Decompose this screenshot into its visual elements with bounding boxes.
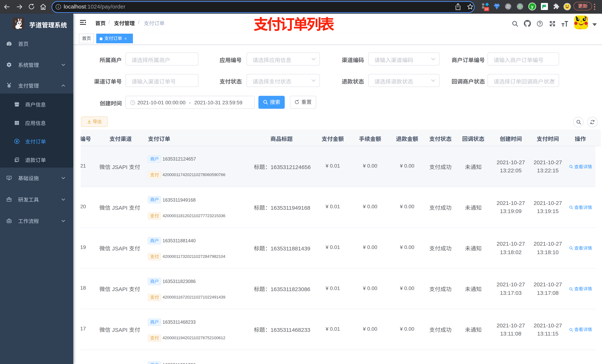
svg-text:y: y <box>531 4 534 9</box>
svg-text:10: 10 <box>485 7 488 11</box>
